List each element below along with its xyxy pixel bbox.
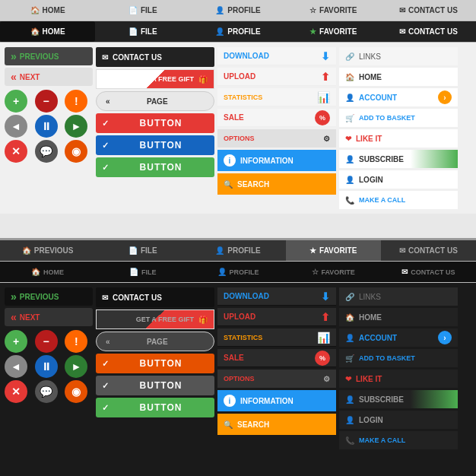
- button3-bottom[interactable]: ✓ BUTTON: [96, 398, 214, 417]
- login-link-top[interactable]: 👤 LOGIN: [339, 170, 458, 189]
- nav-home-b1[interactable]: 🏠 PREVIOUS: [0, 240, 95, 261]
- page-bar-top[interactable]: « PAGE: [96, 91, 214, 111]
- nav-profile-b2[interactable]: 👤 PROFILE: [190, 262, 285, 282]
- upload-row-top[interactable]: UPLOAD ⬆: [217, 68, 336, 86]
- statistics-row-bottom[interactable]: STATISTICS 📊: [217, 328, 336, 347]
- alert-button[interactable]: !: [65, 90, 87, 113]
- likeit-link-bottom[interactable]: ❤ LIKE IT: [339, 370, 458, 388]
- nav-profile-dark[interactable]: 👤 PROFILE: [190, 21, 285, 42]
- nav-home-dark[interactable]: 🏠 HOME: [0, 21, 95, 42]
- close-button-d[interactable]: ✕: [5, 380, 27, 403]
- nav-contact-light[interactable]: ✉ CONTACT US: [381, 0, 476, 21]
- minus-button[interactable]: −: [35, 90, 58, 113]
- search-icon: 🔍: [224, 180, 233, 189]
- nav-home-light[interactable]: 🏠 HOME: [0, 0, 95, 21]
- search-row-bottom[interactable]: 🔍 SEARCH: [217, 414, 336, 435]
- nav-home-b2[interactable]: 🏠 HOME: [0, 262, 95, 282]
- nav-contact-dark[interactable]: ✉ CONTACT US: [381, 21, 476, 42]
- pause-button-d[interactable]: ⏸: [35, 355, 58, 378]
- nav-profile-light[interactable]: 👤 PROFILE: [190, 0, 285, 21]
- contact-us-bar-bottom[interactable]: ✉ CONTACT US: [96, 287, 214, 307]
- basket-link-top[interactable]: 🛒 ADD TO BASKET: [339, 109, 458, 127]
- rss-button[interactable]: ◉: [65, 140, 87, 163]
- previous-button-bottom[interactable]: » PREVIOUS: [5, 287, 93, 306]
- nav-dark-active-fav: 🏠 PREVIOUS 📄 FILE 👤 PROFILE ★ FAVORITE ✉…: [0, 240, 476, 262]
- nav-favorite-b2[interactable]: ☆ FAVORITE: [286, 262, 381, 282]
- basket-link-bottom[interactable]: 🛒 ADD TO BASKET: [339, 349, 458, 367]
- close-button[interactable]: ✕: [5, 140, 27, 163]
- information-row-bottom[interactable]: i INFORMATION: [217, 390, 336, 411]
- stats-icon: 📊: [317, 91, 330, 103]
- alert-button-d[interactable]: !: [65, 330, 87, 353]
- info-icon-d: i: [224, 395, 236, 407]
- button3-top[interactable]: ✓ BUTTON: [96, 157, 214, 177]
- options-row-bottom[interactable]: OPTIONS ⚙: [217, 370, 336, 388]
- profile-icon: 👤: [215, 6, 224, 14]
- nav-file-light[interactable]: 📄 FILE: [95, 0, 190, 21]
- account-arrow: ›: [438, 90, 452, 104]
- nav-file-dark[interactable]: 📄 FILE: [95, 21, 190, 42]
- nav-contact-b1[interactable]: ✉ CONTACT US: [381, 240, 476, 261]
- upload-row-bottom[interactable]: UPLOAD ⬆: [217, 308, 336, 326]
- sale-row-bottom[interactable]: SALE %: [217, 349, 336, 367]
- next-button-top[interactable]: « NEXT: [5, 68, 93, 86]
- col1-top: » PREVIOUS « NEXT + − ! ◄ ⏸ ► ✕ 💬 ◉: [3, 46, 94, 211]
- chat-button[interactable]: 💬: [35, 140, 58, 163]
- home-link-bottom[interactable]: 🏠 HOME: [339, 308, 458, 326]
- rss-button-d[interactable]: ◉: [65, 380, 87, 403]
- add-button[interactable]: +: [5, 90, 27, 113]
- nav-file-b2[interactable]: 📄 FILE: [95, 262, 190, 282]
- star-icon-dark: ★: [309, 27, 316, 36]
- contact-us-bar-top[interactable]: ✉ CONTACT US: [96, 47, 214, 67]
- page-bar-bottom[interactable]: « PAGE: [96, 332, 214, 351]
- options-row-top[interactable]: OPTIONS ⚙: [217, 129, 336, 148]
- search-row-top[interactable]: 🔍 SEARCH: [217, 173, 336, 195]
- main-grid-bottom: » PREVIOUS « NEXT + − ! ◄ ⏸ ► ✕ 💬 ◉ ✉: [0, 283, 476, 454]
- back-button-d[interactable]: ◄: [5, 355, 27, 378]
- star-icon-b1: ★: [309, 246, 316, 255]
- button2-bottom[interactable]: ✓ BUTTON: [96, 376, 214, 395]
- account-link-bottom[interactable]: 👤 ACCOUNT ›: [339, 328, 458, 347]
- gear-icon: ⚙: [323, 135, 330, 143]
- information-row-top[interactable]: i INFORMATION: [217, 150, 336, 171]
- chevron-left-icon-d: «: [11, 311, 17, 323]
- account-link-top[interactable]: 👤 ACCOUNT ›: [339, 88, 458, 106]
- subscribe-link-bottom[interactable]: 👤 SUBSCRIBE: [339, 390, 458, 408]
- call-link-top[interactable]: 📞 MAKE A CALL: [339, 191, 458, 209]
- likeit-link-top[interactable]: ❤ LIKE IT: [339, 129, 458, 148]
- sale-row-top[interactable]: SALE %: [217, 109, 336, 127]
- basket-icon-d: 🛒: [345, 354, 354, 363]
- login-link-bottom[interactable]: 👤 LOGIN: [339, 411, 458, 429]
- chat-button-d[interactable]: 💬: [35, 380, 58, 403]
- button2-top[interactable]: ✓ BUTTON: [96, 135, 214, 155]
- play-button[interactable]: ►: [65, 115, 87, 138]
- download-row-top[interactable]: DOWNLOAD ⬇: [217, 47, 336, 65]
- download-row-bottom[interactable]: DOWNLOAD ⬇: [217, 287, 336, 306]
- button1-top[interactable]: ✓ BUTTON: [96, 113, 214, 133]
- back-button[interactable]: ◄: [5, 115, 27, 138]
- add-button-d[interactable]: +: [5, 330, 27, 353]
- home-icon-dark: 🏠: [30, 27, 40, 36]
- button1-bottom[interactable]: ✓ BUTTON: [96, 354, 214, 373]
- links-row-bottom[interactable]: 🔗 LINKS: [339, 287, 458, 306]
- login-icon: 👤: [345, 176, 354, 184]
- minus-button-d[interactable]: −: [35, 330, 58, 353]
- play-button-d[interactable]: ►: [65, 355, 87, 378]
- nav-favorite-dark[interactable]: ★ FAVORITE: [286, 21, 381, 42]
- statistics-row-top[interactable]: STATISTICS 📊: [217, 88, 336, 106]
- previous-button-top[interactable]: » PREVIOUS: [5, 47, 93, 65]
- nav-profile-b1[interactable]: 👤 PROFILE: [190, 240, 285, 261]
- subscribe-icon-d: 👤: [345, 395, 354, 404]
- nav-file-b1[interactable]: 📄 FILE: [95, 240, 190, 261]
- pause-button[interactable]: ⏸: [35, 115, 58, 138]
- nav-favorite-light[interactable]: ☆ FAVORITE: [286, 0, 381, 21]
- links-row-top[interactable]: 🔗 LINKS: [339, 47, 458, 65]
- call-link-bottom[interactable]: 📞 MAKE A CALL: [339, 431, 458, 449]
- nav-contact-b2[interactable]: ✉ CONTACT US: [381, 262, 476, 282]
- subscribe-link-top[interactable]: 👤 SUBSCRIBE: [339, 150, 458, 168]
- nav-favorite-b1-active[interactable]: ★ FAVORITE: [286, 240, 381, 261]
- home-link-top[interactable]: 🏠 HOME: [339, 68, 458, 86]
- free-gift-bar-bottom[interactable]: GET A FREE GIFT 🎁: [96, 309, 214, 329]
- free-gift-bar-top[interactable]: GET A FREE GIFT 🎁: [96, 69, 214, 89]
- next-button-bottom[interactable]: « NEXT: [5, 308, 93, 326]
